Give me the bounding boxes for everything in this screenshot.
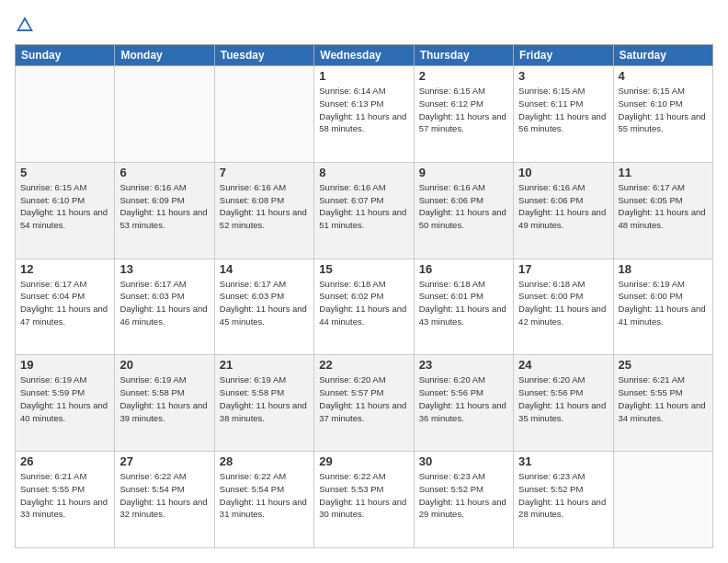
day-number: 24 <box>518 358 608 372</box>
day-number: 28 <box>220 454 309 468</box>
calendar-week-row: 12Sunrise: 6:17 AM Sunset: 6:04 PM Dayli… <box>16 259 713 355</box>
col-header-friday: Friday <box>514 45 613 66</box>
calendar-cell: 18Sunrise: 6:19 AM Sunset: 6:00 PM Dayli… <box>613 259 712 355</box>
day-info: Sunrise: 6:20 AM Sunset: 5:56 PM Dayligh… <box>419 373 508 424</box>
day-number: 6 <box>119 166 209 179</box>
calendar-cell: 5Sunrise: 6:15 AM Sunset: 6:10 PM Daylig… <box>16 162 115 259</box>
calendar-cell: 1Sunrise: 6:14 AM Sunset: 6:13 PM Daylig… <box>314 66 414 163</box>
day-info: Sunrise: 6:19 AM Sunset: 5:58 PM Dayligh… <box>220 373 309 424</box>
calendar-cell: 6Sunrise: 6:16 AM Sunset: 6:09 PM Daylig… <box>115 162 214 259</box>
day-info: Sunrise: 6:19 AM Sunset: 6:00 PM Dayligh… <box>619 278 708 328</box>
day-info: Sunrise: 6:15 AM Sunset: 6:10 PM Dayligh… <box>20 181 109 232</box>
calendar-cell: 10Sunrise: 6:16 AM Sunset: 6:06 PM Dayli… <box>514 162 613 259</box>
col-header-sunday: Sunday <box>16 45 115 66</box>
day-number: 27 <box>119 454 209 468</box>
day-info: Sunrise: 6:18 AM Sunset: 6:01 PM Dayligh… <box>419 278 508 328</box>
calendar-cell: 14Sunrise: 6:17 AM Sunset: 6:03 PM Dayli… <box>214 259 313 355</box>
day-number: 12 <box>20 262 109 276</box>
calendar-week-row: 26Sunrise: 6:21 AM Sunset: 5:55 PM Dayli… <box>16 452 713 548</box>
day-info: Sunrise: 6:16 AM Sunset: 6:09 PM Dayligh… <box>119 181 209 232</box>
day-info: Sunrise: 6:17 AM Sunset: 6:04 PM Dayligh… <box>20 278 109 328</box>
day-number: 19 <box>20 358 109 372</box>
calendar-cell: 25Sunrise: 6:21 AM Sunset: 5:55 PM Dayli… <box>613 355 712 452</box>
col-header-thursday: Thursday <box>414 45 513 66</box>
day-number: 1 <box>319 69 408 83</box>
col-header-tuesday: Tuesday <box>214 45 313 66</box>
calendar-cell <box>214 66 313 163</box>
calendar-cell: 20Sunrise: 6:19 AM Sunset: 5:58 PM Dayli… <box>115 355 214 452</box>
calendar-cell: 23Sunrise: 6:20 AM Sunset: 5:56 PM Dayli… <box>414 355 513 452</box>
day-number: 30 <box>419 454 508 468</box>
day-info: Sunrise: 6:20 AM Sunset: 5:56 PM Dayligh… <box>518 373 608 424</box>
calendar-cell: 11Sunrise: 6:17 AM Sunset: 6:05 PM Dayli… <box>613 162 712 259</box>
day-info: Sunrise: 6:17 AM Sunset: 6:03 PM Dayligh… <box>119 278 209 328</box>
day-info: Sunrise: 6:23 AM Sunset: 5:52 PM Dayligh… <box>419 470 508 521</box>
calendar-week-row: 5Sunrise: 6:15 AM Sunset: 6:10 PM Daylig… <box>16 162 713 259</box>
day-info: Sunrise: 6:21 AM Sunset: 5:55 PM Dayligh… <box>619 373 708 424</box>
day-number: 11 <box>619 166 708 179</box>
calendar-week-row: 19Sunrise: 6:19 AM Sunset: 5:59 PM Dayli… <box>16 355 713 452</box>
day-number: 22 <box>319 358 408 372</box>
day-info: Sunrise: 6:16 AM Sunset: 6:07 PM Dayligh… <box>319 181 408 232</box>
day-number: 17 <box>518 262 608 276</box>
header <box>15 15 713 35</box>
day-info: Sunrise: 6:19 AM Sunset: 5:58 PM Dayligh… <box>119 373 209 424</box>
day-info: Sunrise: 6:17 AM Sunset: 6:05 PM Dayligh… <box>619 181 708 232</box>
day-number: 20 <box>119 358 209 372</box>
calendar-cell: 27Sunrise: 6:22 AM Sunset: 5:54 PM Dayli… <box>115 452 214 548</box>
day-number: 10 <box>518 166 608 179</box>
calendar-cell: 13Sunrise: 6:17 AM Sunset: 6:03 PM Dayli… <box>115 259 214 355</box>
calendar-week-row: 1Sunrise: 6:14 AM Sunset: 6:13 PM Daylig… <box>16 66 713 163</box>
calendar-cell: 12Sunrise: 6:17 AM Sunset: 6:04 PM Dayli… <box>16 259 115 355</box>
day-number: 4 <box>619 69 708 83</box>
day-number: 16 <box>419 262 508 276</box>
logo-icon <box>15 15 35 35</box>
day-number: 26 <box>20 454 109 468</box>
page: SundayMondayTuesdayWednesdayThursdayFrid… <box>0 0 728 563</box>
day-info: Sunrise: 6:15 AM Sunset: 6:11 PM Dayligh… <box>518 85 608 135</box>
calendar-table: SundayMondayTuesdayWednesdayThursdayFrid… <box>15 44 713 548</box>
day-number: 9 <box>419 166 508 179</box>
calendar-cell: 4Sunrise: 6:15 AM Sunset: 6:10 PM Daylig… <box>613 66 712 163</box>
day-info: Sunrise: 6:17 AM Sunset: 6:03 PM Dayligh… <box>220 278 309 328</box>
day-info: Sunrise: 6:19 AM Sunset: 5:59 PM Dayligh… <box>20 373 109 424</box>
col-header-monday: Monday <box>115 45 214 66</box>
day-number: 5 <box>20 166 109 179</box>
day-number: 31 <box>518 454 608 468</box>
day-info: Sunrise: 6:16 AM Sunset: 6:06 PM Dayligh… <box>419 181 508 232</box>
calendar-cell: 2Sunrise: 6:15 AM Sunset: 6:12 PM Daylig… <box>414 66 513 163</box>
calendar-cell: 16Sunrise: 6:18 AM Sunset: 6:01 PM Dayli… <box>414 259 513 355</box>
day-number: 15 <box>319 262 408 276</box>
day-info: Sunrise: 6:20 AM Sunset: 5:57 PM Dayligh… <box>319 373 408 424</box>
day-info: Sunrise: 6:23 AM Sunset: 5:52 PM Dayligh… <box>518 470 608 521</box>
calendar-cell <box>613 452 712 548</box>
day-number: 29 <box>319 454 408 468</box>
col-header-wednesday: Wednesday <box>314 45 414 66</box>
calendar-cell: 24Sunrise: 6:20 AM Sunset: 5:56 PM Dayli… <box>514 355 613 452</box>
calendar-cell: 22Sunrise: 6:20 AM Sunset: 5:57 PM Dayli… <box>314 355 414 452</box>
calendar-cell: 21Sunrise: 6:19 AM Sunset: 5:58 PM Dayli… <box>214 355 313 452</box>
calendar-cell <box>16 66 115 163</box>
day-info: Sunrise: 6:16 AM Sunset: 6:08 PM Dayligh… <box>220 181 309 232</box>
calendar-cell: 8Sunrise: 6:16 AM Sunset: 6:07 PM Daylig… <box>314 162 414 259</box>
logo <box>15 15 39 35</box>
day-info: Sunrise: 6:22 AM Sunset: 5:54 PM Dayligh… <box>220 470 309 521</box>
calendar-cell: 17Sunrise: 6:18 AM Sunset: 6:00 PM Dayli… <box>514 259 613 355</box>
calendar-cell: 28Sunrise: 6:22 AM Sunset: 5:54 PM Dayli… <box>214 452 313 548</box>
calendar-cell: 9Sunrise: 6:16 AM Sunset: 6:06 PM Daylig… <box>414 162 513 259</box>
day-info: Sunrise: 6:22 AM Sunset: 5:54 PM Dayligh… <box>119 470 209 521</box>
calendar-cell: 31Sunrise: 6:23 AM Sunset: 5:52 PM Dayli… <box>514 452 613 548</box>
day-info: Sunrise: 6:14 AM Sunset: 6:13 PM Dayligh… <box>319 85 408 135</box>
day-info: Sunrise: 6:21 AM Sunset: 5:55 PM Dayligh… <box>20 470 109 521</box>
calendar-cell: 29Sunrise: 6:22 AM Sunset: 5:53 PM Dayli… <box>314 452 414 548</box>
day-number: 7 <box>220 166 309 179</box>
day-number: 25 <box>619 358 708 372</box>
day-number: 18 <box>619 262 708 276</box>
calendar-cell <box>115 66 214 163</box>
day-number: 8 <box>319 166 408 179</box>
calendar-header-row: SundayMondayTuesdayWednesdayThursdayFrid… <box>16 45 713 66</box>
day-number: 3 <box>518 69 608 83</box>
calendar-cell: 26Sunrise: 6:21 AM Sunset: 5:55 PM Dayli… <box>16 452 115 548</box>
calendar-cell: 19Sunrise: 6:19 AM Sunset: 5:59 PM Dayli… <box>16 355 115 452</box>
calendar-cell: 30Sunrise: 6:23 AM Sunset: 5:52 PM Dayli… <box>414 452 513 548</box>
